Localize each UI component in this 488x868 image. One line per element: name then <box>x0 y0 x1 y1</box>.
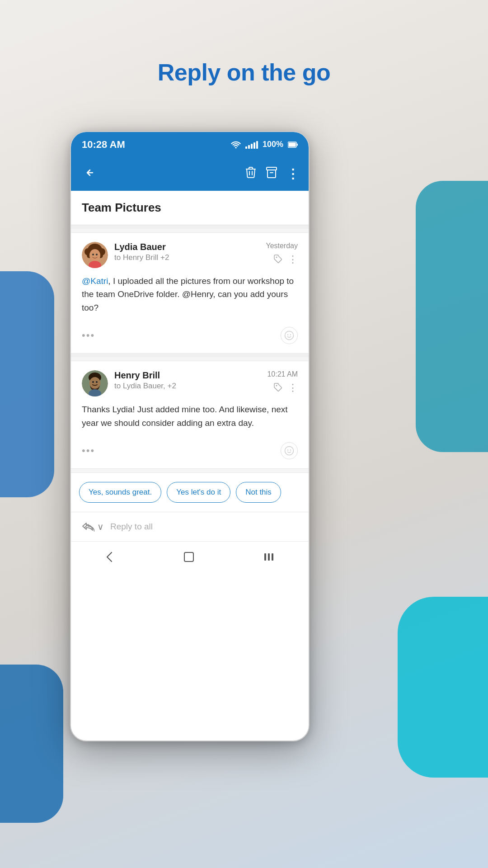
emoji-button-2[interactable] <box>281 442 298 459</box>
sender-name-2: Henry Brill <box>114 370 267 381</box>
svg-point-16 <box>285 331 294 340</box>
tag-icon-2[interactable] <box>273 382 282 394</box>
reply-button[interactable]: ∨ <box>82 521 104 532</box>
smart-replies: Yes, sounds great. Yes let's do it Not t… <box>71 472 309 512</box>
bg-decoration-bottom-right <box>398 597 488 778</box>
email-meta-icons-2: ⋮ <box>273 382 298 394</box>
more-icon-1[interactable]: ⋮ <box>288 254 298 265</box>
bg-decoration-left <box>0 271 54 497</box>
email-body-1: @Katri, I uploaded all the pictures from… <box>82 274 298 314</box>
mention-katri: @Katri <box>82 276 108 286</box>
sender-to-1: to Henry Brill +2 <box>114 253 266 262</box>
nav-recents-button[interactable] <box>254 547 284 571</box>
body-text-1: , I uploaded all the pictures from our w… <box>82 276 294 312</box>
svg-rect-30 <box>264 553 266 561</box>
battery-icon <box>288 142 298 148</box>
divider-1 <box>71 225 309 229</box>
archive-button[interactable] <box>266 166 277 182</box>
smart-reply-btn-1[interactable]: Yes, sounds great. <box>79 482 161 503</box>
divider-2 <box>71 354 309 357</box>
email-toolbar: ⋮ <box>71 157 309 191</box>
svg-point-26 <box>285 447 294 455</box>
email-content: Team Pictures <box>71 191 309 575</box>
avatar-lydia <box>82 242 108 268</box>
svg-rect-2 <box>289 142 296 146</box>
svg-point-13 <box>96 254 98 255</box>
svg-point-12 <box>92 254 94 255</box>
nav-home-button[interactable] <box>174 547 204 571</box>
svg-point-0 <box>235 147 237 148</box>
svg-point-25 <box>276 385 277 386</box>
email-thread-item: Lydia Bauer to Henry Brill +2 Yesterday … <box>71 232 309 354</box>
navigation-bar <box>71 541 309 575</box>
svg-rect-31 <box>268 553 270 561</box>
svg-rect-3 <box>297 143 298 146</box>
email-footer-2: ••• <box>82 438 298 459</box>
email-meta-1: Yesterday ⋮ <box>266 242 298 265</box>
email-meta-icons-1: ⋮ <box>273 254 298 265</box>
tag-icon-1[interactable] <box>273 254 282 265</box>
nav-back-button[interactable] <box>96 547 124 571</box>
svg-rect-4 <box>267 167 277 170</box>
reply-chevron[interactable]: ∨ <box>97 521 104 532</box>
email-meta-2: 10:21 AM ⋮ <box>267 370 298 394</box>
sender-to-2: to Lydia Bauer, +2 <box>114 382 267 391</box>
email-body-2: Thanks Lydia! Just added mine too. And l… <box>82 403 298 429</box>
status-bar: 10:28 AM 100% <box>71 132 309 157</box>
reply-input-placeholder[interactable]: Reply to all <box>110 522 298 532</box>
svg-rect-29 <box>184 552 193 561</box>
email-header-1: Lydia Bauer to Henry Brill +2 Yesterday … <box>82 242 298 268</box>
status-time: 10:28 AM <box>82 139 125 151</box>
svg-point-22 <box>92 381 94 383</box>
back-button[interactable] <box>80 163 100 185</box>
svg-point-23 <box>96 381 98 383</box>
svg-point-18 <box>290 335 291 335</box>
bg-decoration-bottom-left <box>0 665 63 823</box>
sender-name-1: Lydia Bauer <box>114 242 266 252</box>
page-title: Reply on the go <box>0 59 488 86</box>
svg-point-28 <box>290 449 291 450</box>
sender-info-1: Lydia Bauer to Henry Brill +2 <box>114 242 266 262</box>
svg-point-21 <box>89 377 100 389</box>
smart-reply-btn-2[interactable]: Yes let's do it <box>167 482 230 503</box>
email-date-1: Yesterday <box>266 242 298 250</box>
sender-info-2: Henry Brill to Lydia Bauer, +2 <box>114 370 267 391</box>
battery-percentage: 100% <box>263 140 283 149</box>
expand-dots-1[interactable]: ••• <box>82 330 95 341</box>
svg-point-27 <box>287 449 288 450</box>
reply-bar: ∨ Reply to all <box>71 512 309 541</box>
expand-dots-2[interactable]: ••• <box>82 445 95 457</box>
email-footer-1: ••• <box>82 322 298 344</box>
email-header-2: Henry Brill to Lydia Bauer, +2 10:21 AM … <box>82 370 298 396</box>
svg-point-15 <box>276 256 277 258</box>
toolbar-actions: ⋮ <box>245 166 300 182</box>
more-button[interactable]: ⋮ <box>286 166 300 181</box>
delete-button[interactable] <box>245 166 257 182</box>
signal-icon <box>245 141 258 149</box>
wifi-icon <box>231 141 241 148</box>
more-icon-2[interactable]: ⋮ <box>288 382 298 394</box>
svg-point-17 <box>287 335 288 335</box>
subject-text: Team Pictures <box>82 201 298 215</box>
smart-reply-btn-3[interactable]: Not this <box>236 482 281 503</box>
svg-rect-32 <box>272 553 273 561</box>
phone-mockup: 10:28 AM 100% <box>70 131 310 741</box>
bg-decoration-right <box>416 181 488 452</box>
status-icons: 100% <box>231 140 298 149</box>
email-thread-item-2: Henry Brill to Lydia Bauer, +2 10:21 AM … <box>71 361 309 469</box>
emoji-button-1[interactable] <box>281 327 298 344</box>
email-subject: Team Pictures <box>71 191 309 225</box>
svg-point-11 <box>89 249 100 262</box>
avatar-henry <box>82 370 108 396</box>
email-date-2: 10:21 AM <box>267 370 298 378</box>
